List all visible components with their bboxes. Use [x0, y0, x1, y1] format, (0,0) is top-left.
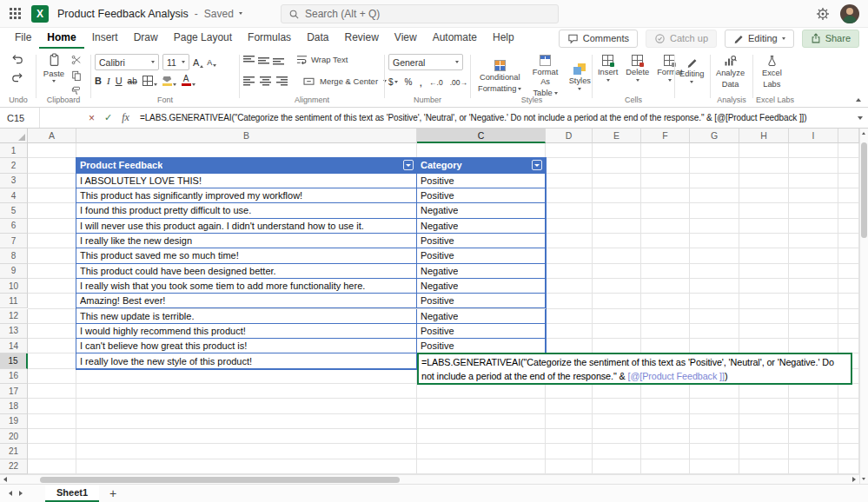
ribbon-tab-file[interactable]: File — [7, 28, 39, 49]
column-header-b[interactable]: B — [76, 129, 417, 143]
decrease-decimal-button[interactable]: .00→ — [450, 78, 467, 87]
comments-button[interactable]: Comments — [559, 30, 638, 48]
ribbon-tab-data[interactable]: Data — [299, 28, 336, 49]
ribbon-tab-insert[interactable]: Insert — [84, 28, 126, 49]
cell-B15[interactable]: I really love the new style of this prod… — [76, 353, 417, 368]
scroll-left-icon[interactable] — [3, 477, 7, 482]
ribbon-tab-help[interactable]: Help — [485, 28, 522, 49]
accounting-format-button[interactable]: $ — [388, 77, 398, 87]
row-header-18[interactable]: 18 — [0, 399, 28, 413]
horizontal-scroll-thumb[interactable] — [40, 477, 400, 483]
cell-C8[interactable]: Positive — [417, 248, 546, 263]
strikethrough-button[interactable]: ab — [128, 76, 137, 86]
row-header-13[interactable]: 13 — [0, 324, 28, 339]
editing-menu-button[interactable]: Editing — [679, 56, 704, 83]
collapse-ribbon-button[interactable] — [856, 98, 861, 102]
scroll-right-icon[interactable] — [852, 477, 856, 482]
cell-C5[interactable]: Negative — [417, 203, 546, 218]
align-middle-button[interactable] — [258, 55, 269, 65]
undo-button[interactable] — [11, 53, 23, 69]
font-name-select[interactable]: Calibri — [95, 54, 159, 70]
cell-B4[interactable]: This product has significantly improved … — [76, 188, 417, 203]
cell-B13[interactable]: I would highly recommend this product! — [76, 324, 417, 339]
ribbon-tab-page-layout[interactable]: Page Layout — [166, 28, 240, 49]
font-color-button[interactable]: A — [182, 76, 195, 86]
ribbon-tab-draw[interactable]: Draw — [126, 28, 166, 49]
row-header-16[interactable]: 16 — [0, 369, 28, 384]
insert-function-button[interactable]: fx — [122, 111, 129, 124]
cell-C11[interactable]: Positive — [417, 294, 546, 308]
decrease-font-size-button[interactable]: A — [207, 58, 216, 67]
row-header-11[interactable]: 11 — [0, 294, 28, 308]
horizontal-scrollbar[interactable] — [0, 474, 859, 484]
column-header-g[interactable]: G — [690, 129, 739, 143]
column-header-d[interactable]: D — [546, 129, 593, 143]
row-header-12[interactable]: 12 — [0, 309, 28, 324]
ribbon-tab-view[interactable]: View — [387, 28, 425, 49]
row-header-15[interactable]: 15 — [0, 353, 28, 368]
search-bar[interactable] — [281, 4, 559, 23]
cell-B7[interactable]: I really like the new design — [76, 234, 417, 248]
column-header-c[interactable]: C — [417, 129, 546, 143]
comma-style-button[interactable]: , — [419, 76, 422, 89]
increase-decimal-button[interactable]: ←.0 — [429, 78, 443, 87]
cell-B8[interactable]: This product saved me so much time! — [76, 248, 417, 263]
percent-style-button[interactable]: % — [405, 77, 413, 87]
table-header-feedback-filter-button[interactable] — [403, 160, 414, 170]
vertical-scrollbar[interactable] — [859, 129, 868, 484]
next-sheet-button[interactable] — [19, 491, 23, 496]
row-header-19[interactable]: 19 — [0, 414, 28, 429]
share-button[interactable]: Share — [802, 30, 859, 48]
row-header-7[interactable]: 7 — [0, 234, 28, 248]
row-header-10[interactable]: 10 — [0, 279, 28, 294]
format-as-table-button[interactable]: Format As Table — [528, 55, 561, 98]
wrap-text-button[interactable]: Wrap Text — [311, 55, 348, 64]
font-size-select[interactable]: 11 — [162, 54, 189, 70]
enter-button[interactable]: ✓ — [104, 112, 112, 123]
delete-cells-button[interactable]: Delete — [626, 55, 649, 82]
excel-logo-icon[interactable]: X — [31, 5, 49, 23]
row-header-8[interactable]: 8 — [0, 248, 28, 263]
cell-C7[interactable]: Positive — [417, 234, 546, 248]
row-header-20[interactable]: 20 — [0, 429, 28, 444]
table-header-feedback[interactable]: Product Feedback — [76, 158, 417, 173]
settings-gear-icon[interactable] — [816, 7, 830, 21]
cell-C4[interactable]: Positive — [417, 188, 546, 203]
cell-C12[interactable]: Negative — [417, 309, 546, 324]
cell-B9[interactable]: This product could have been designed be… — [76, 264, 417, 279]
cell-B6[interactable]: I will never use this product again. I d… — [76, 219, 417, 234]
paste-button[interactable]: Paste — [40, 53, 68, 83]
search-input[interactable] — [305, 8, 540, 20]
row-header-2[interactable]: 2 — [0, 158, 28, 173]
borders-button[interactable] — [142, 76, 157, 86]
row-header-1[interactable]: 1 — [0, 143, 28, 158]
copy-button[interactable] — [71, 69, 82, 82]
align-center-button[interactable] — [260, 76, 271, 86]
table-header-category[interactable]: Category — [417, 158, 546, 173]
ribbon-tab-formulas[interactable]: Formulas — [240, 28, 299, 49]
cell-B10[interactable]: I really wish that you took some tiem to… — [76, 279, 417, 294]
saved-status[interactable]: Saved — [204, 8, 234, 20]
row-header-5[interactable]: 5 — [0, 203, 28, 218]
row-header-14[interactable]: 14 — [0, 339, 28, 353]
cell-C6[interactable]: Negative — [417, 219, 546, 234]
row-header-3[interactable]: 3 — [0, 174, 28, 188]
insert-cells-button[interactable]: Insert — [598, 55, 618, 82]
add-sheet-button[interactable]: + — [109, 486, 116, 500]
table-header-category-filter-button[interactable] — [532, 160, 542, 170]
column-header-partial[interactable] — [838, 129, 859, 143]
row-header-6[interactable]: 6 — [0, 219, 28, 234]
cut-button[interactable] — [71, 54, 82, 66]
column-header-e[interactable]: E — [593, 129, 641, 143]
align-bottom-button[interactable] — [273, 55, 284, 65]
column-header-a[interactable]: A — [28, 129, 76, 143]
number-format-select[interactable]: General — [388, 54, 463, 70]
increase-font-size-button[interactable]: A — [193, 57, 203, 68]
cell-B14[interactable]: I can't believe how great this product i… — [76, 339, 417, 353]
redo-button[interactable] — [11, 71, 23, 87]
document-title[interactable]: Product Feedback Analysis — [57, 8, 189, 20]
italic-button[interactable]: I — [107, 76, 110, 86]
scroll-down-icon[interactable] — [862, 478, 865, 480]
prev-sheet-button[interactable] — [9, 491, 12, 496]
row-header-9[interactable]: 9 — [0, 264, 28, 279]
